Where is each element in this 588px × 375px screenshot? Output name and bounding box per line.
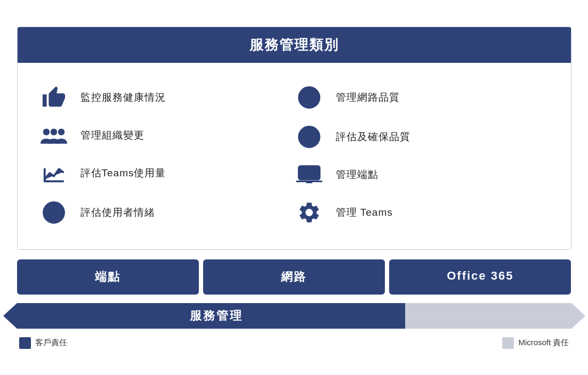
left-column: 監控服務健康情況 管理組織變更 [39, 78, 294, 232]
list-item: 評估使用者情緒 [39, 193, 294, 232]
sentiment-label: 評估使用者情緒 [80, 206, 155, 219]
legend-row: 客戶責任 Microsoft 責任 [17, 337, 571, 349]
network-quality-label: 管理網路品質 [336, 91, 400, 104]
arrow-light [405, 303, 571, 329]
org-label: 管理組織變更 [80, 128, 144, 142]
card-body: 監控服務健康情況 管理組織變更 [18, 63, 571, 249]
list-item: 管理網路品質 [294, 78, 550, 117]
chart-icon [39, 161, 69, 185]
legend-box-dark [19, 337, 31, 349]
card-title: 服務管理類別 [18, 27, 571, 63]
list-item: 管理端點 [294, 157, 550, 193]
tabs-row: 端點 網路 Office 365 [17, 259, 571, 295]
gear-icon [294, 200, 324, 225]
tab-office365[interactable]: Office 365 [389, 259, 571, 295]
manage-teams-label: 管理 Teams [336, 206, 393, 219]
endpoint-label: 管理端點 [336, 168, 378, 182]
main-container: 服務管理類別 監控服務健康情況 [17, 27, 571, 349]
smile-icon [39, 200, 69, 225]
laptop-icon [294, 164, 324, 185]
svg-point-0 [43, 128, 50, 135]
arrow-bar: 服務管理 [17, 303, 571, 329]
people-icon [39, 125, 69, 146]
thumb-icon [39, 85, 69, 110]
quality-label: 評估及確保品質 [336, 130, 410, 144]
svg-point-5 [43, 202, 63, 222]
svg-point-10 [307, 135, 311, 139]
legend-box-light [502, 337, 514, 349]
list-item: 管理組織變更 [39, 117, 294, 153]
teams-usage-label: 評估Teams使用量 [80, 166, 166, 180]
list-item: 評估及確保品質 [294, 117, 550, 157]
svg-point-7 [55, 209, 58, 211]
svg-rect-11 [299, 166, 319, 179]
legend-customer: 客戶責任 [19, 337, 67, 349]
list-item: 管理 Teams [294, 193, 550, 232]
health-label: 監控服務健康情況 [80, 91, 166, 104]
legend-microsoft-label: Microsoft 責任 [518, 338, 569, 348]
list-item: 評估Teams使用量 [39, 153, 294, 193]
service-management-label: 服務管理 [190, 308, 243, 324]
tab-network[interactable]: 網路 [203, 259, 385, 295]
svg-point-1 [50, 128, 57, 135]
svg-point-6 [50, 209, 52, 211]
target-icon [294, 125, 324, 149]
arrow-dark: 服務管理 [17, 303, 416, 329]
service-categories-card: 服務管理類別 監控服務健康情況 [17, 27, 571, 250]
legend-customer-label: 客戶責任 [35, 338, 67, 348]
legend-microsoft: Microsoft 責任 [502, 337, 569, 349]
speedometer-icon [294, 85, 324, 110]
arrow-bar-section: 服務管理 客戶責任 Microsoft 責任 [17, 303, 571, 349]
tab-endpoint[interactable]: 端點 [17, 259, 199, 295]
list-item: 監控服務健康情況 [39, 78, 294, 117]
right-column: 管理網路品質 評估及確保品質 [294, 78, 550, 232]
svg-point-2 [58, 128, 65, 135]
